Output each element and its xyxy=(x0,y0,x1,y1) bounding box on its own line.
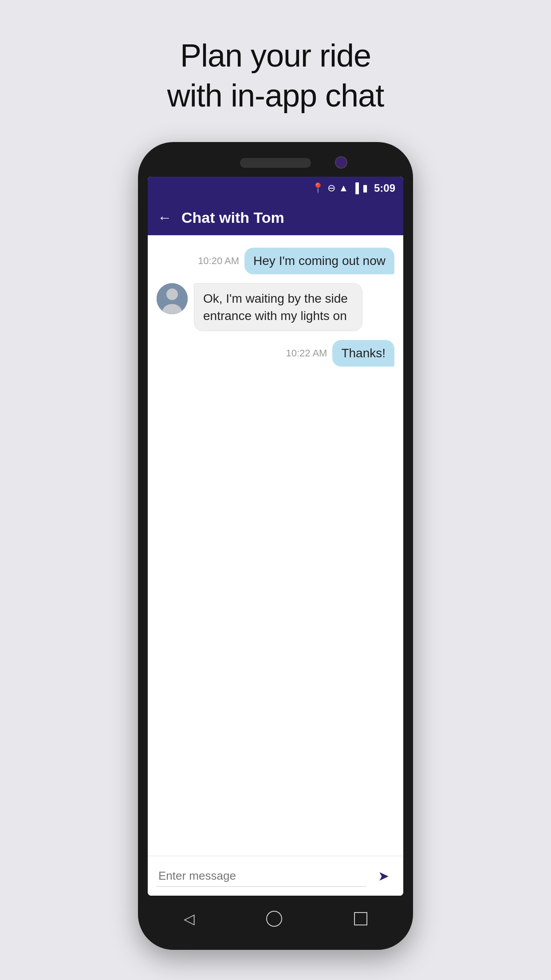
status-bar: 📍 ⊖ ▲ ▐ ▮ 5:09 xyxy=(148,177,403,200)
status-time: 5:09 xyxy=(374,182,395,194)
back-button[interactable]: ← xyxy=(157,209,172,226)
svg-point-1 xyxy=(166,288,178,300)
chat-area: 10:20 AM Hey I'm coming out now xyxy=(148,235,403,856)
recent-nav-button[interactable] xyxy=(354,912,367,925)
msg3-bubble: Thanks! xyxy=(332,340,394,367)
msg2-bubble: Ok, I'm waiting by the side entrance wit… xyxy=(194,283,362,331)
message-input[interactable] xyxy=(157,865,366,887)
home-nav-button[interactable] xyxy=(266,911,282,927)
message-out-2: 10:22 AM Thanks! xyxy=(157,340,394,367)
app-bar: ← Chat with Tom xyxy=(148,200,403,235)
message-out-1: 10:20 AM Hey I'm coming out now xyxy=(157,248,394,274)
screen: 📍 ⊖ ▲ ▐ ▮ 5:09 ← Chat with Tom 10:20 A xyxy=(148,177,403,896)
send-button[interactable]: ➤ xyxy=(372,865,394,887)
dnd-icon: ⊖ xyxy=(327,182,335,194)
phone-shell: 📍 ⊖ ▲ ▐ ▮ 5:09 ← Chat with Tom 10:20 A xyxy=(138,142,413,950)
signal-icon: ▐ xyxy=(352,182,359,194)
msg1-time: 10:20 AM xyxy=(198,255,239,267)
avatar xyxy=(157,283,188,314)
bottom-nav: ◁ xyxy=(148,901,403,937)
input-bar: ➤ xyxy=(148,856,403,896)
wifi-icon: ▲ xyxy=(339,182,349,194)
battery-icon: ▮ xyxy=(362,182,368,194)
location-icon: 📍 xyxy=(312,182,324,194)
chat-title: Chat with Tom xyxy=(181,209,284,226)
msg1-bubble: Hey I'm coming out now xyxy=(244,248,394,274)
message-in-1: Ok, I'm waiting by the side entrance wit… xyxy=(157,283,394,331)
speaker xyxy=(240,158,311,168)
back-nav-button[interactable]: ◁ xyxy=(184,910,195,927)
msg3-time: 10:22 AM xyxy=(286,348,327,359)
camera xyxy=(335,156,347,169)
page-title: Plan your ride with in-app chat xyxy=(167,36,384,115)
